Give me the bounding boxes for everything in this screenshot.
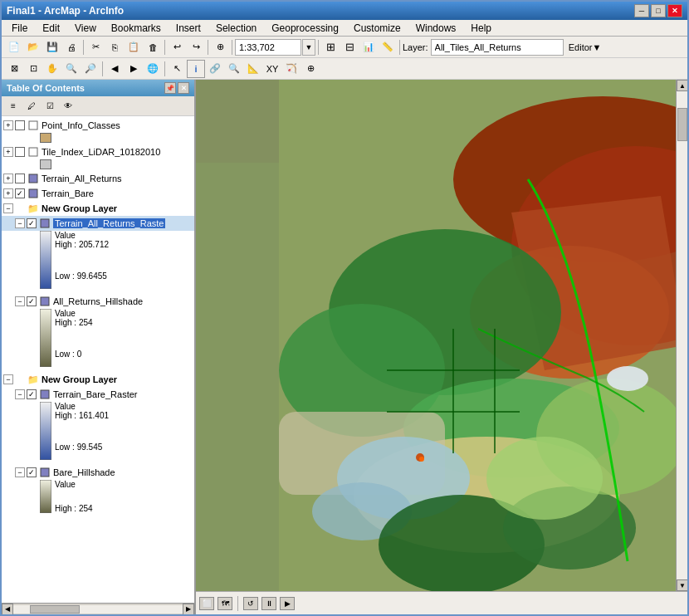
- new-button[interactable]: 📄: [5, 38, 23, 56]
- scroll-up-button[interactable]: ▲: [677, 80, 687, 91]
- zoom-in-button[interactable]: ⊞: [321, 38, 340, 56]
- toc-close-button[interactable]: ✕: [178, 82, 189, 94]
- expand-terrain-all-raster[interactable]: −: [15, 218, 25, 228]
- editor-dropdown[interactable]: Editor▼: [564, 38, 606, 56]
- redo-button[interactable]: ↪: [187, 38, 205, 56]
- checkbox-terrain-all[interactable]: [15, 174, 25, 183]
- expand-terrain-bare[interactable]: +: [3, 188, 13, 198]
- menu-edit[interactable]: Edit: [36, 21, 66, 36]
- layer-row-terrain-all[interactable]: + Terrain_All_Returns: [2, 171, 194, 186]
- layout-view-button[interactable]: ⬜: [199, 597, 214, 610]
- magnify-button[interactable]: ⊕: [301, 60, 320, 78]
- menu-selection[interactable]: Selection: [209, 21, 263, 36]
- layer-row-point-info[interactable]: + Point_Info_Classes: [2, 118, 194, 133]
- print-button[interactable]: 🖨: [62, 38, 81, 56]
- expand-tile-index[interactable]: +: [3, 147, 13, 157]
- select-button[interactable]: ↖: [168, 60, 186, 78]
- layer-row-group2[interactable]: − 📁 New Group Layer: [2, 372, 194, 387]
- cut-button[interactable]: ✂: [86, 38, 105, 56]
- back-button[interactable]: ◀: [105, 60, 124, 78]
- expand-terrain-all[interactable]: +: [3, 174, 13, 183]
- checkbox-tile-index[interactable]: [15, 147, 25, 157]
- layer-row-terrain-bare[interactable]: + Terrain_Bare: [2, 186, 194, 201]
- scroll-track-h[interactable]: [13, 605, 183, 614]
- info-button[interactable]: i: [187, 60, 205, 78]
- pause-button[interactable]: ⏸: [261, 597, 276, 610]
- expand-point-info[interactable]: +: [3, 120, 13, 130]
- identify-button[interactable]: 📊: [359, 38, 378, 56]
- scale-input[interactable]: 1:33,702: [235, 39, 301, 56]
- menu-customize[interactable]: Customize: [347, 21, 408, 36]
- toc-horizontal-scrollbar[interactable]: ◀ ▶: [2, 603, 194, 614]
- menu-file[interactable]: File: [5, 21, 34, 36]
- layer-row-terrain-all-raster[interactable]: − Terrain_All_Returns_Raste: [2, 216, 194, 231]
- layer-row-tile-index[interactable]: + Tile_Index_LiDAR_10182010: [2, 144, 194, 159]
- forward-button[interactable]: ▶: [125, 60, 143, 78]
- checkbox-all-returns-hillshade[interactable]: [27, 296, 37, 306]
- pan-button[interactable]: ✋: [43, 60, 61, 78]
- progress-button[interactable]: ▶: [280, 597, 295, 610]
- undo-button[interactable]: ↩: [168, 38, 186, 56]
- measure2-button[interactable]: 📐: [244, 60, 262, 78]
- svg-rect-5: [40, 231, 51, 289]
- refresh-button[interactable]: ↺: [243, 597, 258, 610]
- menu-insert[interactable]: Insert: [169, 21, 208, 36]
- scale-dropdown[interactable]: ▼: [302, 39, 315, 56]
- scroll-left-button[interactable]: ◀: [2, 604, 13, 615]
- map-area[interactable]: [196, 80, 676, 591]
- copy-button[interactable]: ⎘: [105, 38, 124, 56]
- checkbox-terrain-all-raster[interactable]: [27, 218, 37, 228]
- toc-pin-button[interactable]: 📌: [164, 82, 176, 94]
- expand-group2[interactable]: −: [3, 374, 13, 384]
- scroll-down-button[interactable]: ▼: [677, 579, 687, 591]
- measure-button[interactable]: 📏: [379, 38, 397, 56]
- layer-row-terrain-bare-raster[interactable]: − Terrain_Bare_Raster: [2, 387, 194, 402]
- zoom-out2-button[interactable]: 🔎: [81, 60, 100, 78]
- layer-row-all-returns-hillshade[interactable]: − All_Returns_Hillshade: [2, 294, 194, 309]
- menu-view[interactable]: View: [68, 21, 103, 36]
- scroll-thumb-h[interactable]: [30, 605, 80, 614]
- data-view-button[interactable]: 🗺: [217, 597, 232, 610]
- layer-dropdown[interactable]: All_Tiles_All_Returns: [431, 39, 564, 56]
- toc-list-button[interactable]: ≡: [5, 99, 22, 114]
- zoom-layer-button[interactable]: ⊡: [24, 60, 42, 78]
- layer-row-group1[interactable]: − 📁 New Group Layer: [2, 201, 194, 216]
- expand-group1[interactable]: −: [3, 203, 13, 213]
- menu-windows[interactable]: Windows: [409, 21, 463, 36]
- zoom-out-button[interactable]: ⊟: [340, 38, 359, 56]
- map-vertical-scrollbar[interactable]: ▲ ▼: [676, 80, 687, 591]
- close-button[interactable]: ✕: [667, 4, 682, 17]
- checkbox-point-info[interactable]: [15, 120, 25, 130]
- toc-visible-button[interactable]: 👁: [60, 99, 76, 114]
- scroll-track-v[interactable]: [677, 91, 687, 579]
- arc-button[interactable]: 🏹: [282, 60, 301, 78]
- zoom-in2-button[interactable]: 🔍: [62, 60, 81, 78]
- menu-help[interactable]: Help: [464, 21, 498, 36]
- expand-terrain-bare-raster[interactable]: −: [15, 389, 25, 399]
- globe-button[interactable]: 🌐: [144, 60, 162, 78]
- expand-all-returns-hillshade[interactable]: −: [15, 296, 25, 306]
- minimize-button[interactable]: ─: [634, 4, 649, 17]
- paste-button[interactable]: 📋: [125, 38, 143, 56]
- save-button[interactable]: 💾: [43, 38, 61, 56]
- find-button[interactable]: 🔍: [225, 60, 243, 78]
- scroll-right-button[interactable]: ▶: [183, 604, 194, 615]
- checkbox-terrain-bare-raster[interactable]: [27, 389, 37, 399]
- menu-bookmarks[interactable]: Bookmarks: [105, 21, 168, 36]
- toc-draw-button[interactable]: 🖊: [23, 99, 40, 114]
- goto-xy-button[interactable]: XY: [263, 60, 281, 78]
- toc-select-button[interactable]: ☑: [42, 99, 58, 114]
- hyperlink-button[interactable]: 🔗: [206, 60, 224, 78]
- checkbox-terrain-bare[interactable]: [15, 188, 25, 198]
- toc-content[interactable]: + Point_Info_Classes +: [2, 116, 194, 603]
- checkbox-bare-hillshade[interactable]: [27, 467, 37, 477]
- maximize-button[interactable]: □: [651, 4, 666, 17]
- scroll-thumb-v[interactable]: [677, 108, 687, 141]
- layer-row-bare-hillshade[interactable]: − Bare_Hillshade: [2, 465, 194, 480]
- delete-button[interactable]: 🗑: [144, 38, 162, 56]
- menu-geoprocessing[interactable]: Geoprocessing: [265, 21, 345, 36]
- navigate-button[interactable]: ⊕: [211, 38, 229, 56]
- expand-bare-hillshade[interactable]: −: [15, 467, 25, 477]
- zoom-full-button[interactable]: ⊠: [5, 60, 23, 78]
- open-button[interactable]: 📂: [24, 38, 42, 56]
